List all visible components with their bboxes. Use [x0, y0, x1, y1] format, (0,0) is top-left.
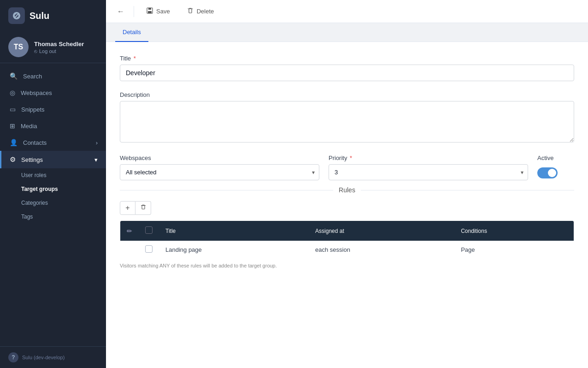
contacts-icon	[10, 139, 18, 146]
search-icon	[10, 72, 18, 80]
rules-toolbar: +	[120, 201, 574, 215]
title-input[interactable]	[120, 65, 574, 81]
col-title: Title	[159, 221, 309, 241]
tab-details[interactable]: Details	[115, 23, 148, 42]
sidebar-item-settings[interactable]: Settings ▾	[0, 151, 106, 168]
main-content: ← Save Delete Details Title *	[106, 0, 588, 368]
sidebar-item-contacts[interactable]: Contacts ›	[0, 134, 106, 151]
fields-row: Webspaces All selected ▾ Priority * 3 1	[120, 154, 574, 182]
active-label: Active	[537, 154, 574, 161]
webspaces-col: Webspaces All selected ▾	[120, 154, 319, 180]
row-check-cell	[139, 241, 159, 259]
add-rule-button[interactable]: +	[120, 201, 135, 215]
sidebar-sub-item-categories[interactable]: Categories	[0, 196, 106, 210]
user-info: Thomas Schedler ⎋ Log out	[34, 41, 84, 54]
sidebar-sub-item-tags[interactable]: Tags	[0, 210, 106, 224]
settings-icon	[10, 155, 16, 164]
active-col: Active	[537, 154, 574, 182]
sidebar-item-label: Media	[21, 123, 37, 130]
sidebar-nav: Search Webspaces Snippets Media Contacts…	[0, 63, 106, 346]
delete-button[interactable]: Delete	[180, 4, 221, 18]
row-title-cell: Landing page	[159, 241, 309, 259]
sidebar-item-media[interactable]: Media	[0, 118, 106, 134]
sidebar: Sulu TS Thomas Schedler ⎋ Log out Search…	[0, 0, 106, 368]
table-row: Landing page each session Page	[120, 241, 574, 259]
row-edit-cell	[120, 241, 139, 259]
title-label: Title *	[120, 55, 574, 62]
help-icon[interactable]: ?	[8, 352, 18, 362]
version-label: Sulu (dev-develop)	[22, 355, 65, 360]
user-name: Thomas Schedler	[34, 41, 84, 47]
title-required: *	[134, 55, 136, 62]
media-icon	[10, 122, 15, 130]
description-label: Description	[120, 91, 574, 98]
row-checkbox[interactable]	[145, 245, 153, 253]
divider-line-right	[361, 190, 574, 190]
avatar: TS	[8, 37, 29, 57]
edit-icon: ✏	[127, 227, 132, 235]
rules-note: Visitors matching ANY of these rules wil…	[120, 263, 574, 268]
col-conditions: Conditions	[454, 221, 574, 241]
trash-icon	[140, 204, 147, 212]
user-profile: TS Thomas Schedler ⎋ Log out	[0, 31, 106, 63]
logout-icon: ⎋	[34, 48, 37, 54]
priority-select-wrapper: 3 1 2 4 5 ▾	[329, 164, 528, 180]
plus-icon: +	[125, 204, 129, 212]
description-field-group: Description	[120, 91, 574, 144]
sidebar-item-label: Settings	[21, 156, 43, 163]
webspaces-select-wrapper: All selected ▾	[120, 164, 319, 180]
rules-table: ✏ Title Assigned at Conditions	[120, 220, 574, 259]
form-area: Title * Description Webspaces All select…	[106, 42, 588, 368]
sidebar-footer: ? Sulu (dev-develop)	[0, 346, 106, 368]
row-assigned-at-cell: each session	[309, 241, 454, 259]
description-input[interactable]	[120, 101, 574, 142]
webspaces-select[interactable]: All selected	[120, 164, 319, 180]
webspaces-label: Webspaces	[120, 154, 319, 161]
chevron-down-icon: ▾	[94, 156, 98, 163]
sidebar-item-snippets[interactable]: Snippets	[0, 101, 106, 118]
rules-table-body: Landing page each session Page	[120, 241, 574, 259]
header-checkbox[interactable]	[145, 226, 153, 234]
col-check	[139, 221, 159, 241]
sidebar-item-label: Webspaces	[21, 89, 52, 96]
active-toggle-wrap	[537, 164, 574, 182]
sidebar-item-search[interactable]: Search	[0, 68, 106, 84]
chevron-right-icon: ›	[96, 139, 98, 146]
delete-icon	[187, 7, 194, 16]
toolbar-divider	[134, 6, 134, 17]
app-logo-icon	[8, 7, 25, 24]
sidebar-header: Sulu	[0, 0, 106, 31]
rules-section-label: Rules	[339, 186, 355, 194]
sidebar-item-webspaces[interactable]: Webspaces	[0, 84, 106, 101]
priority-select[interactable]: 3 1 2 4 5	[329, 164, 528, 180]
title-field-group: Title *	[120, 55, 574, 81]
sidebar-item-label: Search	[23, 73, 42, 80]
priority-required: *	[350, 154, 352, 161]
app-title: Sulu	[29, 11, 49, 21]
sidebar-sub-item-target-groups[interactable]: Target groups	[0, 182, 106, 196]
svg-rect-1	[148, 8, 151, 10]
sidebar-item-label: Snippets	[21, 106, 45, 113]
back-icon: ←	[117, 7, 124, 16]
webspaces-icon	[10, 89, 15, 96]
svg-rect-2	[148, 11, 152, 13]
divider-line-left	[120, 190, 333, 190]
sidebar-sub-item-user-roles[interactable]: User roles	[0, 168, 106, 182]
snippets-icon	[10, 106, 16, 113]
save-icon	[146, 7, 153, 16]
row-conditions-cell: Page	[454, 241, 574, 259]
priority-label: Priority *	[329, 154, 528, 161]
col-assigned-at: Assigned at	[309, 221, 454, 241]
toolbar: ← Save Delete	[106, 0, 588, 23]
sidebar-item-label: Contacts	[23, 139, 47, 146]
delete-rule-button[interactable]	[135, 201, 151, 215]
col-edit: ✏	[120, 221, 139, 241]
save-button[interactable]: Save	[140, 4, 176, 18]
back-button[interactable]: ←	[113, 4, 128, 19]
rules-table-header: ✏ Title Assigned at Conditions	[120, 221, 574, 241]
active-toggle[interactable]	[537, 167, 558, 178]
tabs-bar: Details	[106, 23, 588, 42]
rules-section-divider: Rules	[120, 186, 574, 194]
logout-button[interactable]: ⎋ Log out	[34, 48, 84, 54]
priority-col: Priority * 3 1 2 4 5 ▾	[329, 154, 528, 180]
